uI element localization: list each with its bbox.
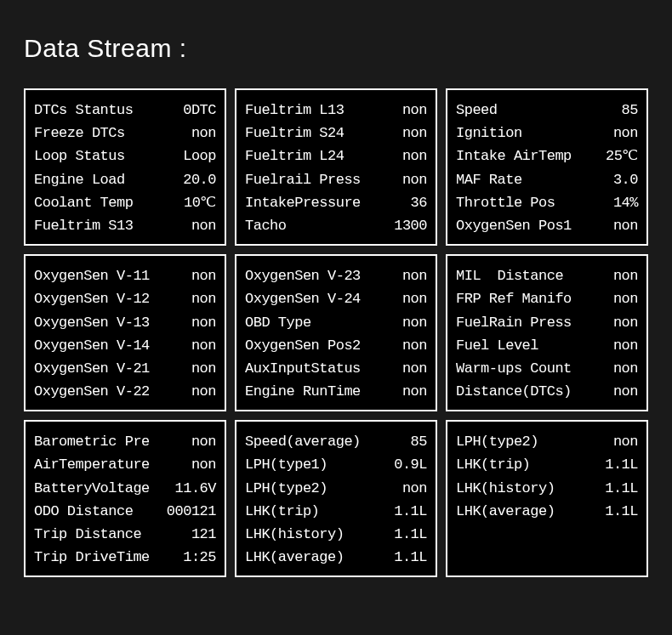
data-row: Coolant Temp10℃	[34, 191, 216, 214]
data-value: non	[613, 311, 638, 334]
page-title: Data Stream :	[24, 34, 648, 63]
data-row: LPH(type2)non	[456, 430, 638, 453]
data-row: Tacho1300	[245, 214, 427, 237]
data-value: non	[402, 334, 427, 357]
data-row: Engine Load20.0	[34, 168, 216, 191]
data-value: 14%	[613, 191, 638, 214]
panel-grid: DTCs Stantus0DTCFreeze DTCsnonLoop Statu…	[24, 88, 648, 577]
data-value: 0.9L	[394, 453, 427, 476]
data-label: Warm-ups Count	[456, 357, 613, 380]
data-row: DTCs Stantus0DTC	[34, 99, 216, 122]
data-value: non	[613, 357, 638, 380]
data-value: non	[613, 122, 638, 145]
data-label: Engine RunTime	[245, 380, 402, 403]
data-value: 11.6V	[174, 477, 216, 500]
data-label: OxygenSen V-21	[34, 357, 191, 380]
data-value: non	[402, 477, 427, 500]
data-label: OxygenSen V-13	[34, 311, 191, 334]
data-value: non	[191, 287, 216, 310]
data-label: LHK(history)	[245, 523, 394, 546]
data-row: Distance(DTCs)non	[456, 380, 638, 403]
data-label: LHK(trip)	[245, 500, 394, 523]
data-value: non	[613, 264, 638, 287]
data-label: Fueltrim S24	[245, 122, 402, 145]
data-value: non	[191, 311, 216, 334]
data-value: Loop	[183, 145, 216, 167]
data-label: Ignition	[456, 122, 613, 145]
data-row: Fuel Levelnon	[456, 334, 638, 357]
data-label: Fueltrim L24	[245, 145, 402, 167]
data-row: BatteryVoltage11.6V	[34, 477, 216, 500]
data-row: MIL Distancenon	[456, 264, 638, 287]
data-value: non	[402, 311, 427, 334]
data-label: Trip DriveTime	[34, 546, 183, 569]
data-label: MAF Rate	[456, 168, 613, 191]
data-value: 36	[411, 191, 427, 214]
data-row: OxygenSen Pos2non	[245, 334, 427, 357]
data-row: Trip Distance121	[34, 523, 216, 546]
data-label: OxygenSen Pos2	[245, 334, 402, 357]
data-row: ODO Distance000121	[34, 500, 216, 523]
data-value: non	[613, 287, 638, 310]
data-row: OBD Typenon	[245, 311, 427, 334]
data-value: non	[191, 264, 216, 287]
data-row: Fueltrim S24non	[245, 122, 427, 145]
data-row: OxygenSen V-12non	[34, 287, 216, 310]
data-label: LPH(type2)	[245, 477, 402, 500]
data-label: LHK(average)	[245, 546, 394, 569]
data-value: 1.1L	[605, 453, 638, 476]
data-label: AirTemperature	[34, 453, 191, 476]
data-row: AuxInputStatusnon	[245, 357, 427, 380]
data-label: Throttle Pos	[456, 191, 613, 214]
data-label: OxygenSen V-24	[245, 287, 402, 310]
data-label: Barometric Pre	[34, 430, 191, 453]
data-panel: MIL DistancenonFRP Ref ManifononFuelRain…	[446, 254, 648, 411]
data-label: FuelRain Press	[456, 311, 613, 334]
data-label: Speed	[456, 99, 622, 122]
data-value: 20.0	[183, 168, 216, 191]
data-value: non	[402, 168, 427, 191]
data-panel: LPH(type2)nonLHK(trip)1.1LLHK(history)1.…	[446, 420, 648, 577]
data-label: LHK(trip)	[456, 453, 605, 476]
data-row: FRP Ref Manifonon	[456, 287, 638, 310]
data-label: Distance(DTCs)	[456, 380, 613, 403]
data-label: DTCs Stantus	[34, 99, 183, 122]
data-row: IntakePressure36	[245, 191, 427, 214]
data-panel: DTCs Stantus0DTCFreeze DTCsnonLoop Statu…	[24, 88, 226, 246]
data-value: 85	[411, 430, 427, 453]
data-value: non	[402, 357, 427, 380]
data-value: 1.1L	[394, 546, 427, 569]
data-row: LPH(type1)0.9L	[245, 453, 427, 476]
data-label: AuxInputStatus	[245, 357, 402, 380]
data-value: 25℃	[606, 145, 638, 167]
data-row: OxygenSen V-11non	[34, 264, 216, 287]
data-label: LPH(type2)	[456, 430, 613, 453]
data-value: non	[191, 430, 216, 453]
data-label: Engine Load	[34, 168, 183, 191]
data-value: 3.0	[613, 168, 638, 191]
data-row: OxygenSen V-23non	[245, 264, 427, 287]
data-value: 1.1L	[605, 500, 638, 523]
data-panel: Speed(average)85LPH(type1)0.9LLPH(type2)…	[235, 420, 437, 577]
data-value: 0DTC	[183, 99, 216, 122]
data-row: LHK(trip)1.1L	[245, 500, 427, 523]
data-label: OxygenSen V-12	[34, 287, 191, 310]
data-label: Freeze DTCs	[34, 122, 191, 145]
data-row: AirTemperaturenon	[34, 453, 216, 476]
data-panel: Fueltrim L13nonFueltrim S24nonFueltrim L…	[235, 88, 437, 246]
data-label: IntakePressure	[245, 191, 411, 214]
data-row: OxygenSen Pos1non	[456, 214, 638, 237]
data-value: non	[402, 122, 427, 145]
data-value: non	[402, 264, 427, 287]
data-label: OxygenSen Pos1	[456, 214, 613, 237]
data-row: Speed85	[456, 99, 638, 122]
data-row: Barometric Prenon	[34, 430, 216, 453]
data-value: non	[191, 453, 216, 476]
data-label: OxygenSen V-22	[34, 380, 191, 403]
data-value: 1.1L	[394, 523, 427, 546]
data-row: OxygenSen V-24non	[245, 287, 427, 310]
data-row: LPH(type2)non	[245, 477, 427, 500]
data-label: FRP Ref Manifo	[456, 287, 613, 310]
data-label: Fueltrim L13	[245, 99, 402, 122]
data-panel: Speed85IgnitionnonIntake AirTemp25℃MAF R…	[446, 88, 648, 246]
